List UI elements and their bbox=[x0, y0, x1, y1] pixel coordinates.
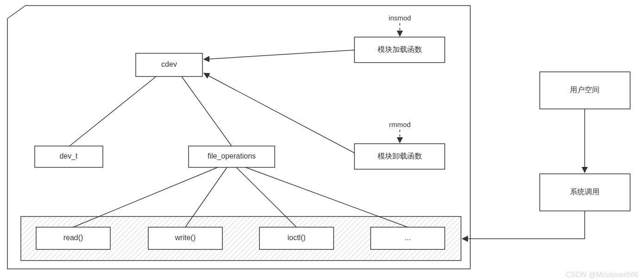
more-label: ... bbox=[404, 234, 410, 242]
cdev-label: cdev bbox=[161, 60, 177, 68]
rmmod-label: rmmod bbox=[389, 121, 411, 128]
watermark-text: CSDN @Mculover666 bbox=[565, 271, 638, 279]
read-label: read() bbox=[63, 234, 83, 242]
fileops-label: file_operations bbox=[208, 152, 256, 160]
devt-label: dev_t bbox=[59, 152, 78, 160]
unload-to-cdev-arrow bbox=[204, 73, 354, 153]
syscall-to-ops-arrow bbox=[462, 211, 585, 239]
syscall-label: 系统调用 bbox=[570, 188, 600, 196]
load-to-cdev-arrow bbox=[204, 50, 354, 59]
insmod-label: insmod bbox=[389, 14, 411, 22]
ioctl-label: ioctl() bbox=[287, 234, 305, 242]
cdev-to-devt-line bbox=[69, 76, 156, 146]
write-label: write() bbox=[175, 234, 196, 242]
module-unload-label: 模块卸载函数 bbox=[378, 152, 422, 160]
module-load-label: 模块加载函数 bbox=[378, 45, 422, 53]
user-space-label: 用户空间 bbox=[570, 86, 600, 94]
cdev-to-fileops-line bbox=[182, 76, 232, 146]
